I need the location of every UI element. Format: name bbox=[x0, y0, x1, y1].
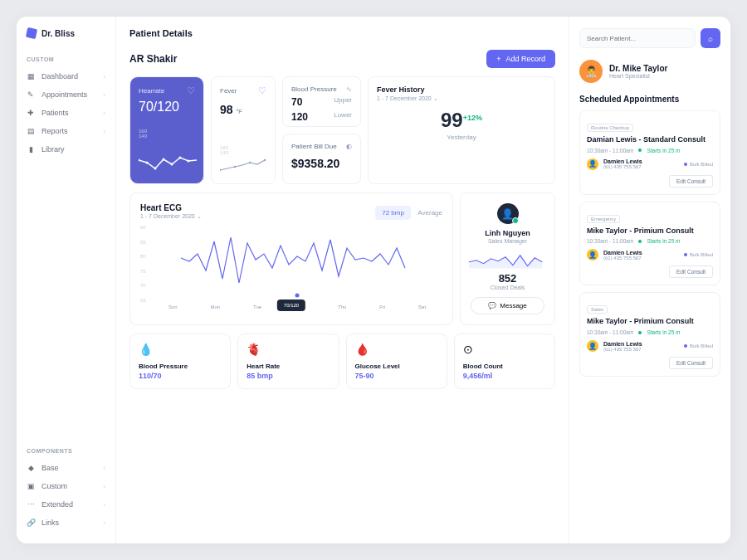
doctor-avatar: 👨‍⚕️ bbox=[579, 60, 603, 83]
heartrate-label: Hearrate bbox=[139, 87, 164, 95]
sidebar-item-appointments[interactable]: ✎Appointments› bbox=[17, 85, 115, 104]
stat-icon: 💧 bbox=[139, 343, 154, 358]
content: Patient Details AR Shakir + Add Record H… bbox=[116, 17, 569, 543]
search-button[interactable]: ⌕ bbox=[701, 28, 720, 48]
stat-card-glucose-level: 🩸Glucose Level75-90 bbox=[346, 334, 447, 389]
bulk-billed: Bulk Billed bbox=[684, 252, 713, 257]
chevron-right-icon: › bbox=[103, 73, 105, 80]
search-icon: ⌕ bbox=[708, 34, 713, 43]
heartrate-spark bbox=[139, 152, 197, 175]
appointment-tag: Emergency bbox=[587, 215, 620, 223]
appointment-avatar: 👤 bbox=[587, 249, 598, 261]
ecg-date[interactable]: 1 - 7 December 2020 ⌄ bbox=[140, 213, 202, 220]
person-name: Linh Nguyen bbox=[485, 229, 530, 237]
message-button[interactable]: 💬 Message bbox=[471, 297, 544, 314]
appointment-tag: Routine Checkup bbox=[587, 124, 633, 132]
appointment-title: Damian Lewis - Standard Consult bbox=[587, 135, 713, 145]
appointment-tag: Sales bbox=[587, 305, 608, 314]
chevron-right-icon: › bbox=[103, 519, 105, 527]
chevron-down-icon: ⌄ bbox=[197, 213, 202, 219]
heartrate-card: Hearrate ♡ 70/120 160140 bbox=[129, 76, 204, 184]
fh-caption: Yesterday bbox=[377, 134, 546, 141]
svg-point-4 bbox=[171, 163, 173, 166]
appointment-card: Sales Mike Taylor - Primium Consult 10:3… bbox=[579, 292, 720, 377]
deals-value: 852 bbox=[499, 272, 517, 285]
fh-value: 99 bbox=[441, 109, 463, 131]
nav-icon: ◆ bbox=[27, 464, 35, 472]
sidebar-item-reports[interactable]: ▤Reports› bbox=[17, 122, 115, 140]
bill-label: Patient Bill Due bbox=[291, 143, 337, 150]
plus-icon: + bbox=[496, 55, 500, 63]
nav-icon: ✚ bbox=[27, 109, 35, 117]
nav-icon: ▤ bbox=[27, 127, 35, 135]
fever-unit: °F bbox=[236, 109, 242, 114]
doctor-role: Heart Specialist bbox=[609, 73, 667, 79]
nav-icon: 🔗 bbox=[27, 519, 35, 527]
svg-point-10 bbox=[264, 159, 266, 161]
stat-card-blood-pressure: 💧Blood Pressure110/70 bbox=[129, 334, 231, 389]
deals-spark bbox=[468, 251, 547, 269]
heart-icon: ♡ bbox=[187, 85, 195, 96]
fever-label: Fever bbox=[220, 87, 237, 95]
chevron-right-icon: › bbox=[103, 483, 105, 490]
fever-card: Fever ♡ 98 °F 160140 bbox=[211, 76, 276, 184]
chevron-right-icon: › bbox=[103, 465, 105, 472]
page-title: Patient Details bbox=[129, 28, 193, 38]
section-custom-label: CUSTOM bbox=[17, 50, 115, 67]
svg-point-3 bbox=[163, 158, 165, 161]
fh-date[interactable]: 1 - 7 December 2020 ⌄ bbox=[377, 95, 546, 102]
stat-icon: 🩸 bbox=[355, 343, 370, 358]
appointment-time: 10:30am - 11:00am Starts in 25 m bbox=[587, 238, 713, 244]
sidebar-item-patients[interactable]: ✚Patients› bbox=[17, 104, 115, 122]
sidebar-item-extended[interactable]: ⋯Extended› bbox=[17, 495, 115, 514]
sidebar-item-dashboard[interactable]: ▦Dashboard› bbox=[17, 67, 115, 85]
appointment-avatar: 👤 bbox=[587, 158, 598, 170]
logo: Dr. Bliss bbox=[17, 28, 115, 50]
search-input[interactable] bbox=[579, 28, 696, 48]
person-role: Sales Manager bbox=[488, 238, 527, 244]
svg-point-8 bbox=[234, 166, 236, 168]
sidebar-item-library[interactable]: ▮Library bbox=[17, 140, 115, 158]
stat-icon: 🫀 bbox=[247, 343, 261, 358]
ecg-chart bbox=[140, 225, 442, 299]
person-card: 👤 Linh Nguyen Sales Manager 852 Closed D… bbox=[460, 192, 555, 325]
ecg-card: Heart ECG 1 - 7 December 2020 ⌄ 72 bmp A… bbox=[129, 192, 453, 325]
doctor-name: Dr. Mike Taylor bbox=[609, 64, 667, 73]
appointment-title: Mike Taylor - Primium Consult bbox=[587, 226, 713, 236]
appointment-avatar: 👤 bbox=[587, 340, 598, 352]
sidebar-item-base[interactable]: ◆Base› bbox=[17, 459, 115, 477]
stat-card-blood-count: ⊙Blood Count9,456/ml bbox=[454, 334, 555, 389]
nav-icon: ▮ bbox=[27, 145, 35, 153]
sidebar-item-links[interactable]: 🔗Links› bbox=[17, 514, 115, 532]
fh-pct: +12% bbox=[463, 114, 482, 122]
ecg-badge: 72 bmp bbox=[375, 206, 411, 220]
sidebar-item-custom[interactable]: ▣Custom› bbox=[17, 477, 115, 495]
nav-icon: ✎ bbox=[27, 90, 35, 99]
bill-value: $9358.20 bbox=[291, 157, 352, 170]
ecg-y-axis: 908580757065 bbox=[140, 225, 146, 303]
stat-card-heart-rate: 🫀Heart Rate85 bmp bbox=[237, 334, 339, 389]
chevron-right-icon: › bbox=[103, 501, 105, 509]
appointment-card: Emergency Mike Taylor - Primium Consult … bbox=[579, 202, 720, 286]
bp-label: Blood Pressure bbox=[291, 85, 337, 93]
svg-point-5 bbox=[179, 157, 182, 159]
bulk-billed: Bulk Billed bbox=[684, 343, 713, 348]
ecg-avg: Average bbox=[417, 209, 442, 217]
ecg-title: Heart ECG bbox=[140, 203, 202, 212]
deals-label: Closed Deals bbox=[491, 285, 525, 290]
scheduled-title: Scheduled Appointments bbox=[579, 95, 720, 104]
appointment-title: Mike Taylor - Primium Consult bbox=[587, 317, 713, 327]
avatar: 👤 bbox=[497, 203, 519, 224]
edit-consult-button[interactable]: Edit Consult bbox=[669, 357, 713, 369]
appointment-time: 10:30am - 11:00am Starts in 25 m bbox=[587, 148, 713, 153]
edit-consult-button[interactable]: Edit Consult bbox=[669, 175, 713, 187]
fever-spark bbox=[220, 155, 268, 175]
brand-name: Dr. Bliss bbox=[42, 29, 75, 38]
heartrate-value: 70/120 bbox=[139, 100, 195, 114]
add-record-button[interactable]: + Add Record bbox=[486, 50, 555, 68]
ecg-tooltip: 70/120 bbox=[277, 299, 305, 311]
fh-label: Fever History bbox=[377, 85, 546, 94]
svg-point-9 bbox=[249, 162, 251, 163]
edit-consult-button[interactable]: Edit Consult bbox=[669, 265, 713, 278]
svg-point-6 bbox=[188, 160, 190, 163]
